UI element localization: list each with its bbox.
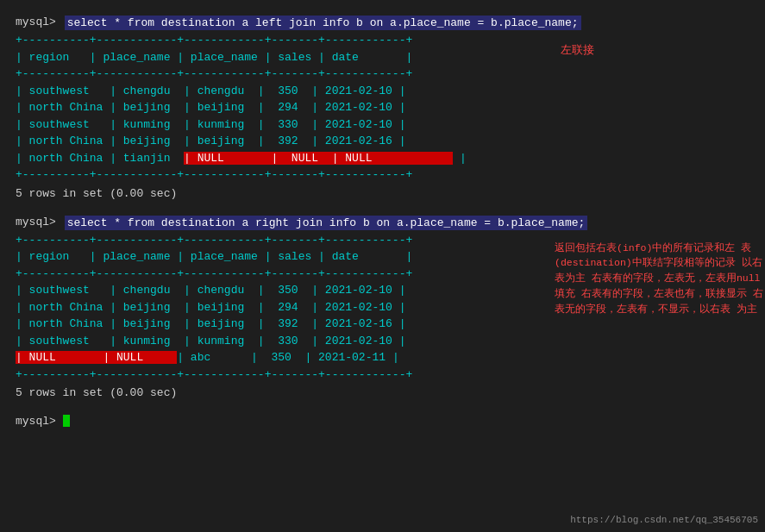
prompt-label-1: mysql> [16, 16, 56, 28]
right-join-sql: select * from destination a right join i… [65, 216, 588, 230]
final-prompt-label: mysql> [16, 415, 56, 428]
left-join-result: 5 rows in set (0.00 sec) [16, 187, 749, 200]
cursor [63, 415, 70, 427]
left-join-sql: select * from destination a left join in… [65, 16, 581, 30]
right-join-annotation: 返回包括右表(info)中的所有记录和左 表(destination)中联结字段… [555, 241, 765, 317]
prompt-arrow-1 [56, 16, 63, 28]
left-join-prompt: mysql> select * from destination a left … [16, 16, 749, 30]
left-join-section: mysql> select * from destination a left … [16, 16, 749, 200]
prompt-arrow-2 [56, 216, 63, 228]
right-join-section: mysql> select * from destination a right… [16, 216, 749, 400]
final-prompt: mysql> [16, 415, 749, 428]
right-join-prompt: mysql> select * from destination a right… [16, 216, 749, 230]
right-join-result: 5 rows in set (0.00 sec) [16, 386, 749, 399]
terminal: mysql> select * from destination a left … [9, 9, 756, 436]
watermark: https://blog.csdn.net/qq_35456705 [570, 515, 758, 525]
left-join-table: +----------+------------+------------+--… [16, 32, 749, 184]
left-join-label: 左联接 [561, 42, 594, 58]
prompt-label-2: mysql> [16, 216, 56, 228]
